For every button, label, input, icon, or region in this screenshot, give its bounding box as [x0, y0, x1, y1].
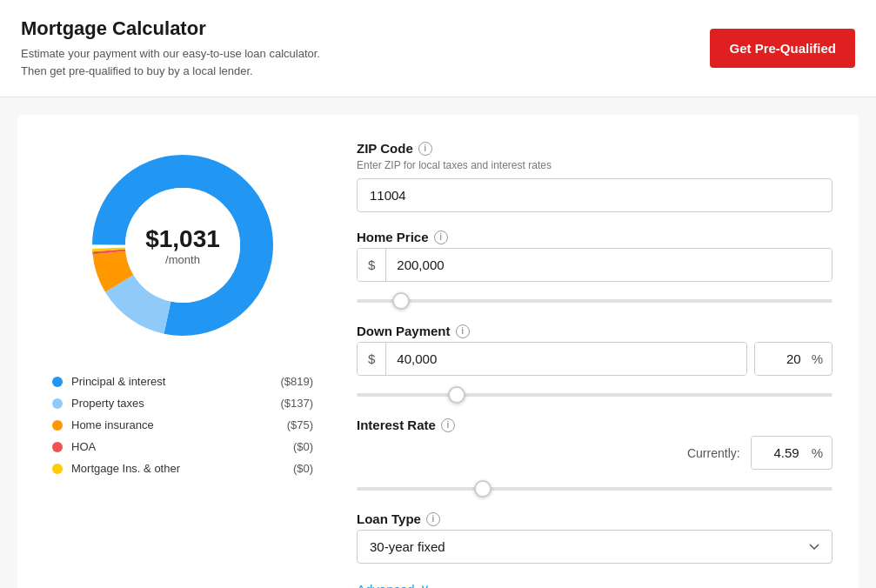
currently-label: Currently: [687, 446, 740, 460]
interest-pct-symbol: % [808, 437, 832, 469]
down-payment-row: $ % [357, 342, 833, 376]
legend-item: Home insurance ($75) [52, 414, 313, 436]
legend-dot [52, 377, 63, 387]
zip-input[interactable] [357, 178, 833, 212]
header-text-block: Mortgage Calculator Estimate your paymen… [21, 17, 320, 79]
zip-label: ZIP Code i [357, 141, 833, 156]
interest-rate-info-icon: i [441, 418, 455, 432]
down-payment-pct-wrap: % [754, 342, 833, 376]
down-payment-info-icon: i [456, 324, 470, 338]
legend-item: HOA ($0) [52, 436, 313, 458]
down-payment-pct-symbol: % [808, 343, 832, 375]
legend-dot [52, 420, 63, 431]
legend-dot [52, 464, 63, 474]
left-panel: $1,031 /month Principal & interest ($819… [43, 141, 322, 588]
legend-value: ($75) [287, 418, 313, 431]
interest-rate-slider[interactable] [357, 487, 833, 491]
legend-value: ($0) [293, 462, 313, 475]
legend-dot [52, 398, 63, 409]
legend-item: Property taxes ($137) [52, 392, 313, 414]
right-panel: ZIP Code i Enter ZIP for local taxes and… [357, 141, 833, 588]
donut-chart: $1,031 /month [78, 141, 287, 350]
advanced-chevron-icon: ∨ [420, 581, 430, 588]
down-payment-slider[interactable] [357, 393, 833, 397]
get-prequalified-button[interactable]: Get Pre-Qualified [710, 29, 855, 68]
legend-value: ($819) [280, 375, 313, 388]
home-price-info-icon: i [434, 231, 448, 244]
legend-label: HOA [71, 440, 293, 453]
zip-field-group: ZIP Code i Enter ZIP for local taxes and… [357, 141, 833, 212]
zip-sublabel: Enter ZIP for local taxes and interest r… [357, 159, 833, 171]
home-price-input-wrap: $ [357, 248, 833, 282]
legend-item: Principal & interest ($819) [52, 371, 313, 392]
interest-rate-input[interactable] [752, 437, 808, 469]
page-header: Mortgage Calculator Estimate your paymen… [0, 0, 876, 97]
loan-type-label: Loan Type i [357, 511, 833, 526]
page-title: Mortgage Calculator [21, 17, 320, 40]
monthly-payment: $1,031 [145, 225, 220, 253]
loan-type-info-icon: i [426, 512, 440, 526]
home-price-input[interactable] [386, 249, 832, 281]
chart-legend: Principal & interest ($819) Property tax… [43, 371, 322, 479]
legend-label: Mortgage Ins. & other [71, 462, 293, 475]
legend-label: Home insurance [71, 418, 287, 431]
legend-dot [52, 442, 63, 452]
down-payment-field-group: Down Payment i $ % [357, 324, 833, 400]
donut-center: $1,031 /month [145, 225, 220, 266]
legend-value: ($137) [280, 397, 313, 410]
legend-label: Property taxes [71, 397, 280, 410]
zip-info-icon: i [418, 142, 432, 156]
home-price-slider-track [357, 291, 833, 306]
interest-rate-row: Currently: % [357, 436, 833, 470]
home-price-label: Home Price i [357, 230, 833, 244]
legend-label: Principal & interest [71, 375, 280, 388]
down-payment-input[interactable] [386, 343, 746, 375]
home-price-slider[interactable] [357, 299, 833, 303]
loan-type-field-group: Loan Type i 30-year fixed20-year fixed15… [357, 511, 833, 564]
down-payment-slider-track [357, 384, 833, 400]
down-payment-label: Down Payment i [357, 324, 833, 338]
interest-rate-slider-track [357, 478, 833, 494]
interest-rate-field-group: Interest Rate i Currently: % [357, 418, 833, 494]
header-subtitle: Estimate your payment with our easy-to-u… [21, 45, 320, 79]
payment-period: /month [145, 253, 220, 266]
home-price-field-group: Home Price i $ [357, 230, 833, 306]
main-content: $1,031 /month Principal & interest ($819… [17, 115, 859, 588]
down-payment-pct-input[interactable] [755, 343, 808, 375]
down-payment-input-wrap: $ [357, 342, 747, 376]
advanced-button[interactable]: Advanced ∨ [357, 581, 430, 588]
legend-value: ($0) [293, 440, 313, 453]
interest-input-wrap: % [751, 436, 833, 470]
down-payment-prefix: $ [358, 343, 386, 375]
interest-rate-label: Interest Rate i [357, 418, 833, 432]
home-price-prefix: $ [358, 249, 386, 281]
loan-type-select[interactable]: 30-year fixed20-year fixed15-year fixed1… [357, 530, 833, 564]
legend-item: Mortgage Ins. & other ($0) [52, 458, 313, 479]
